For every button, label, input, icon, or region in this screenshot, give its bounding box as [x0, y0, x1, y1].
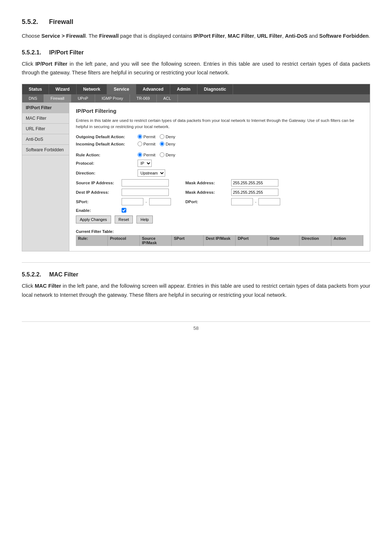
nav-network[interactable]: Network	[77, 84, 107, 94]
incoming-deny-label[interactable]: Deny	[160, 141, 175, 146]
sidebar-ip-port-filter[interactable]: IP/Port Filter	[22, 103, 69, 113]
rule-action-row: Rule Action: Permit Deny	[76, 152, 363, 157]
incoming-radio-group: Permit Deny	[138, 141, 175, 146]
content-description: Entries in this table are used to restri…	[76, 118, 363, 130]
sidebar-anti-dos[interactable]: Anti-DoS	[22, 134, 69, 145]
apply-changes-button[interactable]: Apply Changes	[76, 216, 111, 223]
section-5522-title: MAC Filter	[49, 271, 78, 278]
enable-label: Enable:	[76, 208, 119, 213]
section-5521-title: IP/Port Filter	[49, 49, 84, 56]
section-552: 5.5.2. Firewall Choose Service > Firewal…	[22, 18, 370, 300]
rule-permit-radio[interactable]	[138, 152, 142, 157]
direction-label: Direction:	[76, 171, 138, 175]
filter-table-label: Current Filter Table:	[76, 229, 363, 234]
sidebar: IP/Port Filter MAC Filter URL Filter Ant…	[22, 103, 69, 251]
th-state: State	[268, 235, 299, 246]
protocol-row: Protocol: IP	[76, 160, 363, 167]
rule-action-label: Rule Action:	[76, 153, 138, 157]
rule-action-radio-group: Permit Deny	[138, 152, 175, 157]
ui-screenshot: Status Wizard Network Service Advanced A…	[22, 84, 370, 252]
rule-deny-label[interactable]: Deny	[160, 152, 175, 157]
sidebar-url-filter[interactable]: URL Filter	[22, 124, 69, 134]
outgoing-deny-label[interactable]: Deny	[160, 134, 175, 139]
dest-ip-label: Dest IP Address:	[76, 190, 119, 194]
incoming-default-row: Incoming Default Action: Permit Deny	[76, 141, 363, 146]
sport-label: SPort:	[76, 200, 119, 204]
outgoing-default-label: Outgoing Default Action:	[76, 135, 138, 139]
content-area: IP/Port Filtering Entries in this table …	[69, 103, 370, 251]
section-552-num: 5.5.2.	[22, 18, 38, 25]
left-col: Source IP Address: Dest IP Address: SPor…	[76, 179, 171, 205]
source-ip-row: Source IP Address:	[76, 179, 171, 186]
outgoing-radio-group: Permit Deny	[138, 134, 175, 139]
reset-button[interactable]: Reset	[115, 216, 133, 223]
outgoing-deny-radio[interactable]	[160, 134, 164, 139]
nav-advanced[interactable]: Advanced	[136, 84, 170, 94]
outgoing-permit-radio[interactable]	[138, 134, 142, 139]
incoming-deny-radio[interactable]	[160, 141, 164, 146]
enable-checkbox[interactable]	[122, 208, 126, 213]
nav-admin[interactable]: Admin	[170, 84, 197, 94]
incoming-permit-label[interactable]: Permit	[138, 141, 155, 146]
nav-service[interactable]: Service	[107, 84, 136, 94]
section-5522-num: 5.5.2.2.	[22, 271, 41, 278]
section-552-title: Firewall	[49, 18, 73, 25]
nav-sub-bar: DNS Firewall UPnP IGMP Proxy TR-069 ACL	[22, 94, 370, 103]
th-direction: Direction	[299, 235, 331, 246]
section-5521-heading: 5.5.2.1. IP/Port Filter	[22, 49, 370, 56]
sport-dash: -	[146, 200, 147, 204]
dest-ip-input[interactable]	[122, 189, 169, 196]
mask1-row: Mask Address:	[185, 179, 281, 186]
mask1-label: Mask Address:	[185, 181, 229, 185]
page-number: 58	[22, 321, 370, 331]
sidebar-mac-filter[interactable]: MAC Filter	[22, 113, 69, 124]
direction-row: Direction: Upstream	[76, 169, 363, 177]
th-sport: SPort	[172, 235, 204, 246]
dport-end-input[interactable]	[258, 198, 280, 205]
nav-igmp-proxy[interactable]: IGMP Proxy	[95, 94, 130, 102]
source-ip-label: Source IP Address:	[76, 181, 119, 185]
th-rule: Rule:	[76, 235, 108, 246]
source-ip-input[interactable]	[122, 179, 169, 186]
nav-tr069[interactable]: TR-069	[130, 94, 157, 102]
nav-status[interactable]: Status	[22, 84, 49, 94]
rule-permit-label[interactable]: Permit	[138, 152, 155, 157]
mask1-input[interactable]	[231, 179, 278, 186]
right-col: Mask Address: Mask Address: DPort:	[185, 179, 281, 205]
dport-row: DPort: -	[185, 198, 281, 205]
dport-dash: -	[255, 200, 257, 204]
nav-firewall[interactable]: Firewall	[44, 94, 71, 102]
rule-deny-radio[interactable]	[160, 152, 164, 157]
nav-upnp[interactable]: UPnP	[71, 94, 95, 102]
nav-acl[interactable]: ACL	[157, 94, 178, 102]
dest-ip-row: Dest IP Address:	[76, 189, 171, 196]
help-button[interactable]: Help	[136, 216, 153, 223]
body2-paragraph: Click MAC Filter in the left pane, and t…	[22, 282, 370, 299]
mask2-input[interactable]	[231, 189, 278, 196]
sidebar-software-forbidden[interactable]: Software Forbidden	[22, 145, 69, 155]
nav-dns[interactable]: DNS	[22, 94, 44, 102]
sport-end-input[interactable]	[149, 198, 171, 205]
ip-fields: Source IP Address: Dest IP Address: SPor…	[76, 179, 363, 205]
outgoing-default-row: Outgoing Default Action: Permit Deny	[76, 134, 363, 139]
protocol-label: Protocol:	[76, 161, 138, 165]
section-divider	[22, 262, 370, 263]
sport-input[interactable]	[122, 198, 143, 205]
intro-paragraph: Choose Service > Firewall. The Firewall …	[22, 32, 370, 41]
section-5521-num: 5.5.2.1.	[22, 49, 41, 56]
nav-wizard[interactable]: Wizard	[49, 84, 77, 94]
dport-input[interactable]	[231, 198, 253, 205]
th-dport: DPort	[236, 235, 268, 246]
dport-label: DPort:	[185, 200, 229, 204]
protocol-select[interactable]: IP	[138, 160, 152, 167]
th-dest-ip-mask: Dest IP/Mask	[204, 235, 236, 246]
mask2-row: Mask Address:	[185, 189, 281, 196]
nav-diagnostic[interactable]: Diagnostic	[197, 84, 233, 94]
mask2-label: Mask Address:	[185, 190, 229, 194]
th-protocol: Protocol	[108, 235, 140, 246]
outgoing-permit-label[interactable]: Permit	[138, 134, 155, 139]
content-title: IP/Port Filtering	[76, 108, 363, 114]
th-action: Action	[331, 235, 363, 246]
incoming-permit-radio[interactable]	[138, 141, 142, 146]
direction-select[interactable]: Upstream	[138, 169, 165, 177]
